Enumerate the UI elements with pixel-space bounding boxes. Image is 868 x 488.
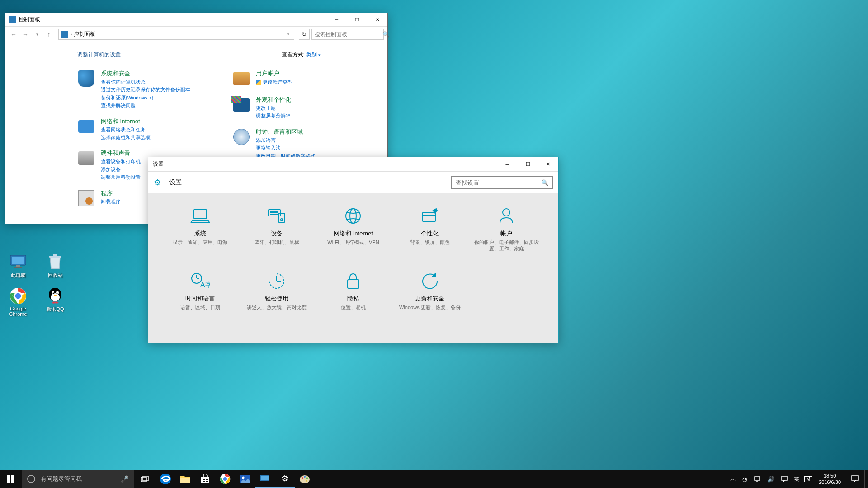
desktop-label: 此电脑	[11, 272, 26, 279]
cat-link[interactable]: 查找并解决问题	[101, 102, 190, 109]
chrome-icon	[9, 287, 27, 305]
taskbar-app-store[interactable]	[195, 470, 215, 488]
maximize-button[interactable]: ☐	[518, 157, 538, 171]
svg-rect-37	[11, 475, 14, 479]
cat-title[interactable]: 硬件和声音	[101, 149, 141, 157]
search-input[interactable]	[456, 179, 541, 186]
search-input[interactable]	[315, 31, 382, 38]
refresh-button[interactable]: ↻	[299, 29, 310, 40]
settings-cat-accounts[interactable]: 帐户 你的帐户、电子邮件、同步设置、工作、家庭	[472, 207, 542, 252]
desktop-icons: 此电脑 回收站 Google Chrome 腾讯QQ	[5, 253, 69, 317]
gear-icon: ⚙	[281, 474, 288, 483]
address-dropdown-icon[interactable]: ▾	[287, 32, 289, 37]
desktop-icon-qq[interactable]: 腾讯QQ	[42, 287, 69, 317]
programs-icon	[77, 189, 95, 207]
taskbar-app-control-panel[interactable]	[255, 470, 275, 488]
minimize-button[interactable]: ─	[497, 157, 518, 171]
settings-cat-network[interactable]: 网络和 Internet Wi-Fi、飞行模式、VPN	[318, 207, 388, 252]
close-button[interactable]: ✕	[538, 157, 558, 171]
search-icon[interactable]: 🔍	[382, 31, 389, 38]
desktop-icon-this-pc[interactable]: 此电脑	[5, 253, 32, 279]
cat-link[interactable]: 卸载程序	[101, 198, 121, 205]
cat-link[interactable]: 添加设备	[101, 166, 141, 173]
desktop-label: Google Chrome	[5, 306, 32, 317]
tray-volume-icon[interactable]: 🔊	[764, 470, 778, 488]
cortana-search[interactable]: 有问题尽管问我 🎤	[22, 470, 134, 488]
ime-lang-indicator[interactable]: 英	[791, 470, 802, 488]
cat-title[interactable]: 时钟、语言和区域	[256, 128, 316, 136]
cat-title: 网络和 Internet	[334, 230, 373, 238]
settings-cat-ease-of-access[interactable]: 轻松使用 讲述人、放大镜、高对比度	[242, 272, 312, 310]
page-heading: 调整计算机的设置	[77, 51, 121, 59]
cat-title[interactable]: 程序	[101, 189, 121, 197]
cat-title[interactable]: 用户帐户	[256, 70, 292, 78]
taskbar-app-edge[interactable]	[156, 470, 175, 488]
cat-link[interactable]: 通过文件历史记录保存你的文件备份副本	[101, 86, 190, 93]
cat-title[interactable]: 网络和 Internet	[101, 117, 151, 126]
settings-cat-update[interactable]: 更新和安全 Windows 更新、恢复、备份	[395, 272, 465, 310]
control-panel-search[interactable]: 🔍	[311, 29, 384, 40]
settings-search[interactable]: 🔍	[451, 176, 553, 189]
cat-link[interactable]: 调整屏幕分辨率	[256, 113, 291, 119]
show-desktop-button[interactable]	[864, 470, 867, 488]
start-button[interactable]	[0, 470, 22, 488]
settings-titlebar[interactable]: 设置 ─ ☐ ✕	[148, 157, 558, 172]
tray-network-icon[interactable]	[750, 470, 764, 488]
taskbar-app-photos[interactable]	[235, 470, 255, 488]
search-icon[interactable]: 🔍	[541, 179, 548, 186]
cat-link[interactable]: 选择家庭组和共享选项	[101, 134, 151, 141]
taskbar: 有问题尽管问我 🎤 ⚙ ︿ ◔ 🔊 英 M 18:50 2016/6/30	[0, 470, 868, 488]
action-center-button[interactable]	[845, 470, 864, 488]
cat-link[interactable]: 查看设备和打印机	[101, 158, 141, 165]
cat-link[interactable]: 更换输入法	[256, 145, 316, 151]
cp-cat-network: 网络和 Internet 查看网络状态和任务 选择家庭组和共享选项	[77, 117, 214, 141]
cat-title: 更新和安全	[415, 295, 444, 303]
recent-button[interactable]: ▾	[32, 29, 42, 39]
cat-title: 个性化	[421, 230, 439, 238]
cat-title: 时间和语言	[185, 295, 215, 303]
taskbar-clock[interactable]: 18:50 2016/6/30	[814, 473, 845, 486]
cat-link[interactable]: 查看你的计算机状态	[101, 79, 190, 85]
close-button[interactable]: ✕	[367, 13, 387, 26]
cat-link[interactable]: 查看网络状态和任务	[101, 127, 151, 133]
person-icon	[498, 207, 514, 225]
svg-rect-61	[782, 476, 787, 480]
back-button[interactable]: ←	[9, 29, 19, 39]
address-bar[interactable]: › 控制面板 ▾	[58, 29, 294, 40]
view-by-value[interactable]: 类别	[306, 52, 321, 58]
cortana-icon	[27, 475, 35, 483]
cat-link[interactable]: 备份和还原(Windows 7)	[101, 94, 190, 101]
taskbar-app-paint[interactable]	[295, 470, 315, 488]
desktop-icon-chrome[interactable]: Google Chrome	[5, 287, 32, 317]
maximize-button[interactable]: ☐	[347, 13, 367, 26]
desktop-icon-recycle-bin[interactable]: 回收站	[42, 253, 69, 279]
taskbar-app-settings[interactable]: ⚙	[275, 470, 295, 488]
window-title: 设置	[153, 160, 497, 168]
cp-cat-appearance: 外观和个性化 更改主题 调整屏幕分辨率	[232, 96, 369, 120]
cat-link[interactable]: 更改帐户类型	[256, 79, 292, 85]
settings-cat-privacy[interactable]: 隐私 位置、相机	[318, 272, 388, 310]
forward-button[interactable]: →	[20, 29, 30, 39]
cat-link[interactable]: 更改主题	[256, 105, 291, 112]
settings-cat-devices[interactable]: 设备 蓝牙、打印机、鼠标	[242, 207, 312, 252]
tray-overflow-button[interactable]: ︿	[727, 470, 739, 488]
cat-title[interactable]: 系统和安全	[101, 70, 190, 78]
tray-location-icon[interactable]: ◔	[739, 470, 750, 488]
cat-link[interactable]: 添加语言	[256, 137, 316, 144]
task-view-button[interactable]	[134, 470, 156, 488]
mic-icon[interactable]: 🎤	[121, 475, 128, 483]
settings-cat-system[interactable]: 系统 显示、通知、应用、电源	[165, 207, 235, 252]
cat-desc: Wi-Fi、飞行模式、VPN	[327, 239, 379, 245]
up-button[interactable]: ↑	[44, 29, 54, 39]
ime-mode-indicator[interactable]: M	[804, 476, 812, 482]
control-panel-titlebar[interactable]: 控制面板 ─ ☐ ✕	[5, 13, 387, 27]
settings-cat-time-language[interactable]: A字 时间和语言 语音、区域、日期	[165, 272, 235, 310]
cat-link[interactable]: 调整常用移动设置	[101, 174, 141, 181]
tray-notifications-icon[interactable]	[778, 470, 791, 488]
svg-rect-46	[203, 481, 205, 482]
minimize-button[interactable]: ─	[326, 13, 347, 26]
cat-title[interactable]: 外观和个性化	[256, 96, 291, 104]
taskbar-app-explorer[interactable]	[175, 470, 195, 488]
taskbar-app-chrome[interactable]	[215, 470, 235, 488]
settings-cat-personalization[interactable]: 个性化 背景、锁屏、颜色	[395, 207, 465, 252]
